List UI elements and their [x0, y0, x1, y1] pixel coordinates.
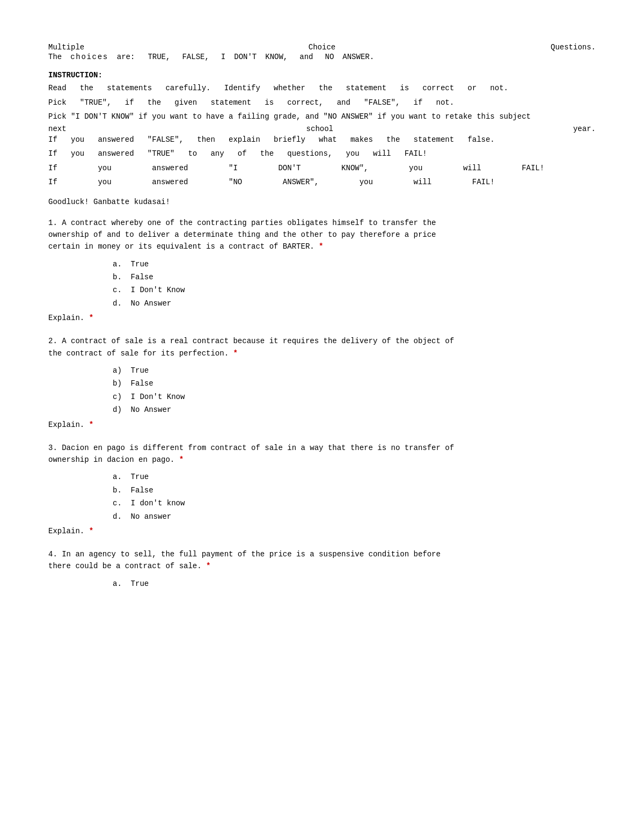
- q2-choice-d[interactable]: d) No Answer: [113, 404, 596, 416]
- header-left: Multiple: [48, 43, 185, 52]
- choice-dont: DON'T: [234, 53, 257, 61]
- q1-number: 1. A contract whereby one of the contrac…: [48, 219, 436, 227]
- choice-and: and: [299, 53, 313, 61]
- goodluck-text: Goodluck! Ganbatte kudasai!: [48, 198, 596, 206]
- question-1-text: 1. A contract whereby one of the contrac…: [48, 217, 596, 253]
- instr-line-5: If you answered "FALSE", then explain br…: [48, 133, 596, 147]
- header-right: Questions.: [459, 43, 596, 52]
- choices-word: choices: [70, 53, 108, 61]
- q2-choice-c[interactable]: c) I Don't Know: [113, 391, 596, 403]
- instruction-block: INSTRUCTION: Read the statements careful…: [48, 71, 596, 189]
- choice-true: TRUE,: [148, 53, 170, 61]
- instruction-title: INSTRUCTION:: [48, 71, 596, 79]
- header-choice: Choice: [309, 43, 335, 52]
- header-multiple: Multiple: [48, 43, 84, 52]
- q3-choice-b[interactable]: b. False: [113, 484, 596, 496]
- instr-line-2: Pick "TRUE", if the given statement is c…: [48, 96, 596, 110]
- instr-line-6: If you answered "TRUE" to any of the que…: [48, 147, 596, 161]
- instr-line-4: next school year.: [48, 125, 596, 133]
- choices-row: The choices are: TRUE, FALSE, I DON'T KN…: [48, 53, 596, 61]
- q1-explain-required: *: [89, 314, 93, 322]
- question-4-text: 4. In an agency to sell, the full paymen…: [48, 548, 596, 572]
- q4-required: *: [206, 562, 210, 570]
- instr-line-1: Read the statements carefully. Identify …: [48, 82, 596, 95]
- q2-number: 2. A contract of sale is a real contract…: [48, 337, 454, 345]
- q2-choice-b[interactable]: b) False: [113, 378, 596, 389]
- q3-text-line2: ownership in dacion en pago. *: [48, 455, 184, 464]
- header-questions: Questions.: [551, 43, 596, 52]
- q2-text-line2: the contract of sale for its perfection.…: [48, 349, 238, 358]
- q1-explain: Explain. *: [48, 314, 596, 322]
- instr-line-8: If you answered "NO ANSWER", you will FA…: [48, 176, 596, 189]
- q3-choice-d[interactable]: d. No answer: [113, 511, 596, 523]
- q3-choice-a[interactable]: a. True: [113, 471, 596, 483]
- q3-number: 3. Dacion en pago is different from cont…: [48, 444, 454, 452]
- choice-answer: ANSWER.: [342, 53, 374, 61]
- q3-choices: a. True b. False c. I don't know d. No a…: [113, 471, 596, 523]
- q4-text-line2: there could be a contract of sale. *: [48, 562, 210, 570]
- choices-colon: are:: [117, 53, 135, 61]
- choice-false: FALSE,: [182, 53, 209, 61]
- question-2-text: 2. A contract of sale is a real contract…: [48, 335, 596, 359]
- header-center: Choice: [185, 43, 459, 52]
- choices-the: The: [48, 53, 62, 61]
- q2-required: *: [233, 349, 237, 358]
- header-row: Multiple Choice Questions.: [48, 43, 596, 52]
- q3-required: *: [179, 455, 184, 464]
- q2-choices: a) True b) False c) I Don't Know d) No A…: [113, 365, 596, 416]
- q1-choice-c[interactable]: c. I Don't Know: [113, 284, 596, 296]
- q4-choice-a[interactable]: a. True: [113, 578, 596, 590]
- q1-text-line3: certain in money or its equivalent is a …: [48, 242, 324, 251]
- q1-choice-a[interactable]: a. True: [113, 258, 596, 270]
- question-4: 4. In an agency to sell, the full paymen…: [48, 548, 596, 590]
- choice-no: NO: [325, 53, 334, 61]
- q4-choices: a. True: [113, 578, 596, 590]
- question-1: 1. A contract whereby one of the contrac…: [48, 217, 596, 323]
- question-3: 3. Dacion en pago is different from cont…: [48, 442, 596, 535]
- question-3-text: 3. Dacion en pago is different from cont…: [48, 442, 596, 466]
- q1-choices: a. True b. False c. I Don't Know d. No A…: [113, 258, 596, 310]
- q1-choice-d[interactable]: d. No Answer: [113, 298, 596, 309]
- choice-know: KNOW,: [265, 53, 288, 61]
- q2-explain-required: *: [89, 420, 93, 429]
- instr-line-7: If you answered "I DON'T KNOW", you will…: [48, 162, 596, 175]
- q1-text-line2: ownership of and to deliver a determinat…: [48, 230, 436, 239]
- q4-number: 4. In an agency to sell, the full paymen…: [48, 550, 441, 559]
- question-2: 2. A contract of sale is a real contract…: [48, 335, 596, 429]
- q3-explain: Explain. *: [48, 527, 596, 535]
- q1-choice-b[interactable]: b. False: [113, 271, 596, 283]
- q2-choice-a[interactable]: a) True: [113, 365, 596, 376]
- q2-explain: Explain. *: [48, 420, 596, 429]
- q1-required: *: [319, 242, 323, 251]
- instr-line-3: Pick "I DON'T KNOW" if you want to have …: [48, 110, 596, 124]
- q3-explain-required: *: [89, 527, 93, 535]
- choice-i: I: [221, 53, 225, 61]
- q3-choice-c[interactable]: c. I don't know: [113, 497, 596, 509]
